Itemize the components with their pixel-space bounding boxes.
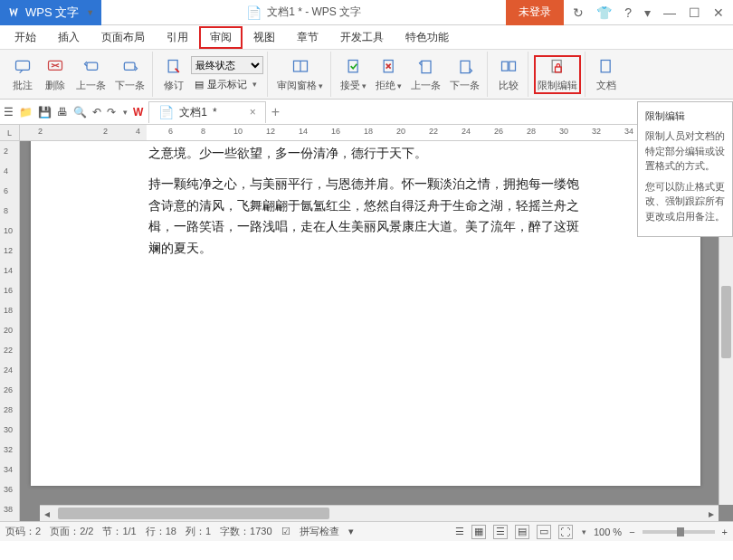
menu-view[interactable]: 视图: [243, 26, 286, 49]
status-page[interactable]: 页面：2/2: [50, 525, 93, 538]
view-reading[interactable]: ▭: [537, 525, 551, 539]
menu-features[interactable]: 特色功能: [395, 26, 460, 49]
zoom-knob[interactable]: [677, 527, 684, 536]
status-line[interactable]: 行：18: [146, 525, 176, 538]
revise-button[interactable]: 修订: [158, 55, 189, 94]
comment-button[interactable]: 批注: [7, 55, 38, 94]
qat-preview-icon[interactable]: 🔍: [73, 106, 87, 119]
show-markup-button[interactable]: ▤显示标记▾: [191, 76, 263, 93]
ruler-v-tick: 16: [4, 286, 13, 295]
prev-comment-button[interactable]: 上一条: [72, 55, 109, 94]
prev-change-icon: [416, 57, 436, 77]
ruler-tick: 34: [624, 127, 633, 136]
compare-icon: [499, 57, 519, 77]
panel-desc-1: 限制人员对文档的特定部分编辑或设置格式的方式。: [645, 128, 725, 174]
compare-button[interactable]: 比较: [493, 55, 524, 94]
ruler-corner[interactable]: L: [0, 125, 20, 141]
sync-icon[interactable]: ↻: [573, 5, 584, 20]
status-bar: 页码：2 页面：2/2 节：1/1 行：18 列：1 字数：1730 ☑ 拼写检…: [0, 521, 733, 541]
ruler-tick: 22: [429, 127, 438, 136]
hscroll-right-icon[interactable]: ▸: [704, 506, 719, 521]
next-change-button[interactable]: 下一条: [446, 55, 483, 94]
accept-button[interactable]: 接受▾: [337, 55, 370, 94]
delete-button[interactable]: 删除: [40, 55, 71, 94]
close-button[interactable]: ✕: [713, 5, 724, 20]
panel-title: 限制编辑: [645, 109, 725, 123]
qat-new-icon[interactable]: ☰: [4, 106, 14, 119]
document-tab[interactable]: 📄 文档1 * ×: [148, 101, 265, 123]
status-section[interactable]: 节：1/1: [102, 525, 136, 538]
wps-home-icon[interactable]: W: [133, 106, 143, 119]
svg-rect-0: [16, 61, 30, 70]
login-button[interactable]: 未登录: [506, 0, 564, 25]
ruler-tick: 18: [364, 127, 373, 136]
prev-change-button[interactable]: 上一条: [407, 55, 444, 94]
ruler-v-tick: 20: [4, 326, 13, 335]
menu-chapter[interactable]: 章节: [286, 26, 329, 49]
menu-review[interactable]: 审阅: [199, 26, 243, 49]
doctab-name: 文档1: [179, 105, 207, 120]
qat-redo-icon[interactable]: ↷: [107, 106, 116, 119]
menu-references[interactable]: 引用: [156, 26, 199, 49]
qat-print-icon[interactable]: 🖶: [57, 106, 68, 119]
maximize-button[interactable]: ☐: [689, 5, 700, 20]
document-page[interactable]: 之意境。少一些欲望，多一份清净，德行于天下。 持一颗纯净之心，与美丽平行，与恩德…: [31, 141, 700, 486]
review-pane-button[interactable]: 审阅窗格▾: [273, 55, 327, 94]
ruler-tick: 8: [201, 127, 205, 136]
status-chars[interactable]: 字数：1730: [220, 525, 271, 538]
new-tab-button[interactable]: +: [271, 104, 280, 120]
status-spellcheck[interactable]: 拼写检查: [300, 525, 339, 538]
status-zoom[interactable]: 100 %: [594, 527, 622, 537]
hscroll-left-icon[interactable]: ◂: [40, 506, 54, 521]
status-page-no[interactable]: 页码：2: [5, 525, 41, 538]
hscroll-thumb[interactable]: [58, 508, 329, 519]
menu-start[interactable]: 开始: [4, 26, 47, 49]
app-name: WPS 文字: [25, 5, 79, 21]
horizontal-ruler[interactable]: 2246810121416182022242628303234363840: [20, 125, 733, 141]
help-icon[interactable]: ?: [624, 5, 632, 20]
zoom-slider[interactable]: [643, 530, 715, 534]
ruler-v-tick: 32: [4, 445, 13, 454]
pin-icon[interactable]: ▾: [644, 5, 651, 20]
status-spell-icon[interactable]: ☑: [281, 526, 290, 537]
qat-undo-icon[interactable]: ↶: [92, 106, 101, 119]
ruler-v-tick: 6: [4, 186, 8, 195]
ruler-tick: 2: [38, 127, 43, 136]
status-col[interactable]: 列：1: [186, 525, 211, 538]
menu-page-layout[interactable]: 页面布局: [90, 26, 156, 49]
minimize-button[interactable]: —: [663, 5, 676, 20]
view-outline[interactable]: ☰: [493, 525, 508, 539]
qat-save-icon[interactable]: 💾: [38, 106, 52, 119]
shirt-icon[interactable]: 👕: [596, 5, 612, 20]
horizontal-scrollbar[interactable]: ◂ ▸: [40, 505, 719, 521]
qat-more-icon[interactable]: ▾: [123, 108, 128, 117]
next-change-icon: [455, 57, 475, 77]
vertical-ruler[interactable]: 2468101214161820222426283032343638: [0, 141, 20, 521]
qat-open-icon[interactable]: 📁: [19, 106, 33, 119]
ruler-tick: 24: [462, 127, 471, 136]
view-print-layout[interactable]: ▦: [471, 525, 486, 539]
doc-auth-button[interactable]: 文档: [591, 55, 622, 94]
ruler-v-tick: 8: [4, 206, 8, 215]
menu-dev-tools[interactable]: 开发工具: [329, 26, 395, 49]
menubar: 开始 插入 页面布局 引用 审阅 视图 章节 开发工具 特色功能: [0, 25, 733, 49]
vscroll-thumb[interactable]: [721, 286, 731, 358]
state-select[interactable]: 最终状态: [191, 56, 263, 74]
view-menu-icon[interactable]: ☰: [455, 526, 464, 537]
zoom-out-button[interactable]: −: [629, 527, 634, 537]
next-comment-button[interactable]: 下一条: [111, 55, 148, 94]
view-web[interactable]: ▤: [515, 525, 529, 539]
ruler-v-tick: 38: [4, 505, 13, 514]
page-canvas[interactable]: 之意境。少一些欲望，多一份清净，德行于天下。 持一颗纯净之心，与美丽平行，与恩德…: [20, 141, 733, 521]
app-badge[interactable]: WPS 文字 ▼: [0, 0, 101, 25]
zoom-in-button[interactable]: +: [722, 527, 728, 537]
ruler-tick: 28: [527, 127, 536, 136]
paragraph-2: 持一颗纯净之心，与美丽平行，与恩德并肩。怀一颗淡泊之情，拥抱每一缕饱含诗意的清风…: [148, 174, 583, 260]
restrict-edit-button[interactable]: 限制编辑: [534, 55, 581, 94]
window-title: 文档1 * - WPS 文字: [267, 5, 361, 20]
ruler-v-tick: 12: [4, 246, 13, 255]
doctab-close-icon[interactable]: ×: [250, 106, 256, 119]
menu-insert[interactable]: 插入: [47, 26, 90, 49]
view-fullscreen[interactable]: ⛶: [558, 525, 573, 539]
reject-button[interactable]: 拒绝▾: [372, 55, 405, 94]
